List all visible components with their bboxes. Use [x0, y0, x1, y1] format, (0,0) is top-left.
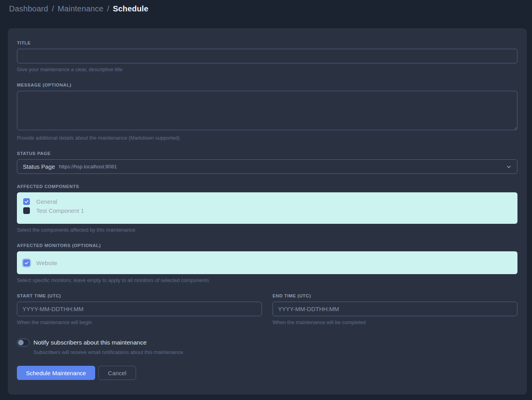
- breadcrumb-current-schedule: Schedule: [113, 4, 149, 13]
- status-page-label: STATUS PAGE: [17, 151, 517, 156]
- top-bar: Dashboard / Maintenance / Schedule: [0, 0, 532, 19]
- affected-components-listbox: General Test Component 1: [17, 192, 517, 224]
- check-icon: [24, 261, 29, 265]
- end-time-helper: When the maintenance will be completed: [272, 319, 517, 325]
- breadcrumb-separator: /: [107, 4, 109, 13]
- notify-toggle[interactable]: [17, 339, 29, 347]
- breadcrumb: Dashboard / Maintenance / Schedule: [9, 4, 532, 13]
- component-option-label: Test Component 1: [36, 207, 84, 214]
- affected-components-section: AFFECTED COMPONENTS General Test Compone…: [17, 184, 517, 233]
- start-time-helper: When the maintenance will begin: [17, 319, 262, 325]
- notify-section: Notify subscribers about this maintenanc…: [17, 339, 517, 355]
- notify-label: Notify subscribers about this maintenanc…: [33, 339, 147, 346]
- status-page-selected-name: Status Page: [23, 163, 55, 170]
- checkbox-unchecked[interactable]: [23, 207, 30, 214]
- checkbox-checked[interactable]: [23, 198, 30, 205]
- end-time-input[interactable]: [272, 302, 517, 316]
- breadcrumb-link-maintenance[interactable]: Maintenance: [57, 4, 103, 13]
- message-helper: Provide additional details about the mai…: [17, 135, 517, 141]
- form-actions: Schedule Maintenance Cancel: [17, 366, 517, 380]
- affected-monitors-helper: Select specific monitors; leave empty to…: [17, 277, 517, 283]
- schedule-maintenance-form-panel: TITLE Give your maintenance a clear, des…: [8, 28, 527, 394]
- affected-monitors-listbox: Website: [17, 251, 517, 274]
- toggle-knob: [18, 340, 24, 345]
- status-page-selected-url: https://hsp.localhost:8081: [59, 164, 117, 170]
- affected-monitors-section: AFFECTED MONITORS (OPTIONAL) Website Sel…: [17, 243, 517, 283]
- check-icon: [24, 199, 29, 204]
- title-input[interactable]: [17, 49, 517, 63]
- time-range-section: START TIME (UTC) When the maintenance wi…: [17, 293, 517, 325]
- breadcrumb-link-dashboard[interactable]: Dashboard: [9, 4, 48, 13]
- end-time-field: END TIME (UTC) When the maintenance will…: [272, 293, 517, 325]
- component-option-general[interactable]: General: [23, 198, 511, 205]
- checkbox-checked[interactable]: [23, 260, 30, 266]
- title-label: TITLE: [17, 41, 517, 45]
- status-page-select[interactable]: Status Page https://hsp.localhost:8081: [17, 159, 517, 174]
- cancel-button[interactable]: Cancel: [98, 366, 136, 380]
- message-label: MESSAGE (OPTIONAL): [17, 83, 517, 87]
- title-helper: Give your maintenance a clear, descripti…: [17, 66, 517, 72]
- affected-components-label: AFFECTED COMPONENTS: [17, 184, 517, 189]
- title-section: TITLE Give your maintenance a clear, des…: [17, 41, 517, 72]
- affected-monitors-label: AFFECTED MONITORS (OPTIONAL): [17, 243, 517, 248]
- message-textarea[interactable]: [17, 91, 517, 130]
- start-time-label: START TIME (UTC): [17, 293, 262, 298]
- affected-components-helper: Select the components affected by this m…: [17, 227, 517, 233]
- schedule-maintenance-button[interactable]: Schedule Maintenance: [17, 366, 95, 380]
- status-page-section: STATUS PAGE Status Page https://hsp.loca…: [17, 151, 517, 174]
- start-time-input[interactable]: [17, 302, 262, 316]
- message-section: MESSAGE (OPTIONAL) Provide additional de…: [17, 83, 517, 141]
- chevron-down-icon: [506, 164, 512, 170]
- monitor-option-website[interactable]: Website: [23, 260, 511, 266]
- component-option-label: General: [36, 198, 57, 205]
- notify-helper: Subscribers will receive email notificat…: [33, 349, 517, 355]
- monitor-option-label: Website: [36, 260, 57, 266]
- breadcrumb-separator: /: [52, 4, 54, 13]
- component-option-test-component-1[interactable]: Test Component 1: [23, 207, 511, 214]
- start-time-field: START TIME (UTC) When the maintenance wi…: [17, 293, 262, 325]
- end-time-label: END TIME (UTC): [272, 293, 517, 298]
